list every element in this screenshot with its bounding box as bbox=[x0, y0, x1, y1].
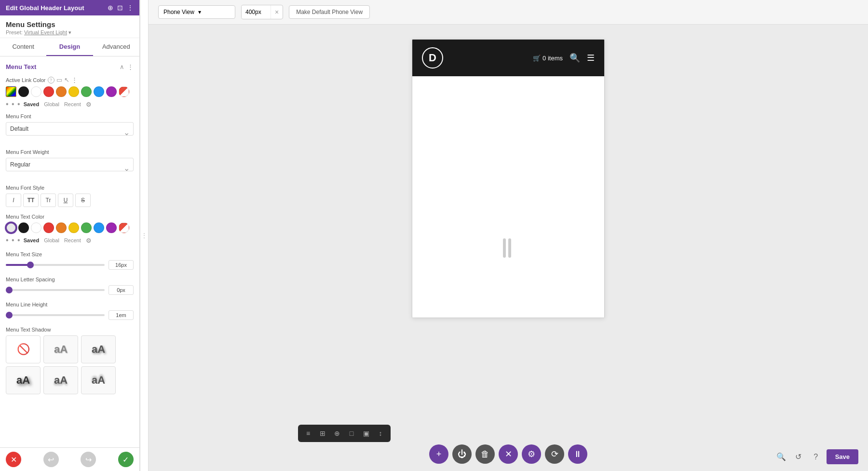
font-style-row: I TT Tr U S bbox=[6, 194, 134, 207]
fab-power[interactable]: ⏻ bbox=[452, 444, 472, 464]
line-height-thumb[interactable] bbox=[6, 312, 13, 319]
swatch-purple-1[interactable] bbox=[106, 86, 117, 97]
swatch-black-1[interactable] bbox=[18, 86, 29, 97]
text-size-input[interactable]: 16px bbox=[108, 260, 134, 270]
style-italic[interactable]: I bbox=[6, 194, 21, 207]
menu-font-select[interactable]: Default bbox=[6, 122, 134, 136]
section-collapse-icon[interactable]: ∧ bbox=[120, 63, 124, 70]
phone-frame: D 🛒 0 items 🔍 ☰ bbox=[412, 39, 605, 318]
letter-spacing-track[interactable] bbox=[6, 289, 105, 291]
search-icon[interactable]: 🔍 bbox=[570, 53, 580, 63]
swatch-orange-1[interactable] bbox=[56, 86, 67, 97]
shadow-medium[interactable]: aA bbox=[81, 335, 116, 363]
shadow-light[interactable]: aA bbox=[43, 335, 78, 363]
swatch-green-1[interactable] bbox=[81, 86, 92, 97]
style-uppercase[interactable]: TT bbox=[23, 194, 39, 207]
color-tab-recent-2[interactable]: Recent bbox=[64, 237, 81, 243]
desktop-icon[interactable]: ▭ bbox=[56, 76, 62, 83]
swatch-red-1[interactable] bbox=[43, 86, 54, 97]
help-icon-active-link[interactable]: ? bbox=[48, 77, 54, 83]
shadow-bottom[interactable]: aA bbox=[43, 366, 78, 394]
swatch-custom-2[interactable] bbox=[119, 222, 129, 233]
swatch-yellow-1[interactable] bbox=[68, 86, 79, 97]
tab-advanced[interactable]: Advanced bbox=[93, 38, 139, 56]
shadow-top[interactable]: aA bbox=[81, 366, 116, 394]
menu-font-weight-select[interactable]: Regular bbox=[6, 158, 134, 171]
color-tab-global-2[interactable]: Global bbox=[44, 237, 59, 243]
strip-icon-phone[interactable]: □ bbox=[345, 427, 358, 440]
resize-handle[interactable]: ⋮ bbox=[140, 0, 149, 471]
fab-refresh[interactable]: ⟳ bbox=[545, 444, 564, 464]
left-drag-handle[interactable] bbox=[503, 238, 506, 258]
swatch-purple-2[interactable] bbox=[106, 222, 117, 233]
swatch-active-2[interactable] bbox=[6, 222, 16, 233]
panel-icon-more[interactable]: ⋮ bbox=[127, 4, 134, 12]
swatch-green-2[interactable] bbox=[81, 222, 92, 233]
section-more-icon[interactable]: ⋮ bbox=[127, 63, 134, 70]
confirm-button[interactable]: ✓ bbox=[118, 452, 134, 467]
fab-add[interactable]: + bbox=[429, 444, 448, 464]
menu-icon[interactable]: ☰ bbox=[587, 53, 595, 63]
swatch-orange-2[interactable] bbox=[56, 222, 67, 233]
text-size-track[interactable] bbox=[6, 264, 105, 266]
section-icons: ∧ ⋮ bbox=[120, 63, 134, 70]
swatch-blue-1[interactable] bbox=[94, 86, 104, 97]
swatch-blue-2[interactable] bbox=[94, 222, 104, 233]
section-header: Menu Text ∧ ⋮ bbox=[6, 63, 134, 70]
tab-content[interactable]: Content bbox=[0, 38, 46, 56]
bottom-help-icon[interactable]: ? bbox=[809, 450, 823, 464]
view-selector-arrow: ▾ bbox=[198, 9, 230, 15]
swatch-white-2[interactable] bbox=[31, 222, 41, 233]
color-picker-btn-1[interactable] bbox=[6, 86, 16, 97]
preset-link[interactable]: Virtual Event Light bbox=[24, 29, 67, 35]
style-underline[interactable]: U bbox=[58, 194, 73, 207]
fab-settings[interactable]: ⚙ bbox=[522, 444, 541, 464]
redo-button[interactable]: ↪ bbox=[81, 452, 96, 467]
swatch-white-1[interactable] bbox=[31, 86, 41, 97]
text-size-thumb[interactable] bbox=[27, 262, 34, 268]
letter-spacing-input[interactable]: 0px bbox=[108, 285, 134, 295]
swatch-custom-1[interactable] bbox=[119, 86, 129, 97]
color-tab-saved-2[interactable]: Saved bbox=[24, 237, 39, 243]
panel-icon-expand[interactable]: ⊡ bbox=[117, 4, 123, 12]
swatch-red-2[interactable] bbox=[43, 222, 54, 233]
style-capitalize[interactable]: Tr bbox=[41, 194, 56, 207]
swatch-black-2[interactable] bbox=[18, 222, 29, 233]
bottom-search-icon[interactable]: 🔍 bbox=[774, 450, 788, 464]
strip-icon-grid[interactable]: ⊞ bbox=[316, 427, 329, 440]
save-button[interactable]: Save bbox=[827, 449, 858, 464]
color-more-2[interactable]: • • • bbox=[6, 236, 21, 245]
swatch-yellow-2[interactable] bbox=[68, 222, 79, 233]
strip-icon-square[interactable]: ▣ bbox=[360, 427, 372, 440]
strip-icon-menu[interactable]: ≡ bbox=[302, 427, 314, 440]
color-more-1[interactable]: • • • bbox=[6, 100, 21, 109]
shadow-heavy[interactable]: aA bbox=[6, 366, 41, 394]
px-input[interactable]: 400px bbox=[242, 6, 271, 18]
style-strikethrough[interactable]: S bbox=[75, 194, 91, 207]
color-tab-global-1[interactable]: Global bbox=[44, 101, 59, 107]
bottom-undo-icon[interactable]: ↺ bbox=[792, 450, 805, 464]
cancel-button[interactable]: ✕ bbox=[6, 452, 21, 467]
px-clear-button[interactable]: × bbox=[271, 5, 283, 19]
default-view-button[interactable]: Make Default Phone View bbox=[289, 5, 370, 19]
line-height-track[interactable] bbox=[6, 314, 105, 316]
more-icon[interactable]: ⋮ bbox=[71, 76, 78, 83]
cursor-icon[interactable]: ↖ bbox=[64, 76, 69, 83]
strip-icon-resize[interactable]: ↕ bbox=[374, 427, 387, 440]
view-selector[interactable]: Phone View ▾ bbox=[158, 5, 235, 19]
line-height-input[interactable]: 1em bbox=[108, 310, 134, 320]
fab-close[interactable]: ✕ bbox=[499, 444, 518, 464]
fab-delete[interactable]: 🗑 bbox=[475, 444, 495, 464]
shadow-none[interactable]: 🚫 bbox=[6, 335, 41, 363]
strip-icon-link[interactable]: ⊕ bbox=[331, 427, 343, 440]
tab-design[interactable]: Design bbox=[46, 38, 93, 56]
panel-icon-save[interactable]: ⊕ bbox=[108, 4, 113, 12]
color-tab-recent-1[interactable]: Recent bbox=[64, 101, 81, 107]
fab-pause[interactable]: ⏸ bbox=[568, 444, 587, 464]
color-tab-saved-1[interactable]: Saved bbox=[24, 101, 39, 107]
letter-spacing-thumb[interactable] bbox=[6, 287, 13, 293]
color-settings-1[interactable]: ⚙ bbox=[86, 101, 92, 108]
undo-button[interactable]: ↩ bbox=[43, 452, 59, 467]
color-settings-2[interactable]: ⚙ bbox=[86, 237, 92, 244]
right-drag-handle[interactable] bbox=[508, 238, 511, 258]
